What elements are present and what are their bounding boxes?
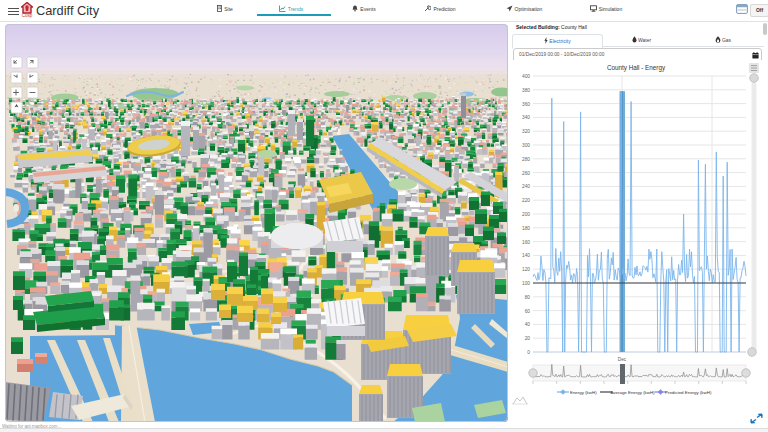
svg-text:120: 120 <box>522 267 530 272</box>
svg-text:200: 200 <box>522 212 530 217</box>
svg-text:160: 160 <box>522 240 530 245</box>
svg-text:0: 0 <box>527 350 530 355</box>
svg-text:100: 100 <box>522 281 530 286</box>
svg-text:180: 180 <box>522 226 530 231</box>
svg-text:40: 40 <box>525 322 531 327</box>
svg-text:20: 20 <box>525 336 531 341</box>
svg-text:80: 80 <box>525 295 531 300</box>
svg-text:140: 140 <box>522 253 530 258</box>
svg-text:Average Energy (kwH): Average Energy (kwH) <box>611 390 656 395</box>
svg-text:60: 60 <box>525 309 531 314</box>
svg-text:280: 280 <box>522 157 530 162</box>
svg-text:360: 360 <box>522 102 530 107</box>
svg-text:320: 320 <box>522 129 530 134</box>
svg-text:380: 380 <box>522 88 530 93</box>
svg-text:340: 340 <box>522 115 530 120</box>
svg-text:240: 240 <box>522 184 530 189</box>
svg-text:Dec: Dec <box>618 357 627 362</box>
svg-text:Predicted Energy (kwH): Predicted Energy (kwH) <box>665 390 712 395</box>
svg-text:County Hall - Energy: County Hall - Energy <box>607 64 666 72</box>
svg-text:300: 300 <box>522 143 530 148</box>
svg-text:Energy (kwH): Energy (kwH) <box>570 390 597 395</box>
svg-text:400: 400 <box>522 74 530 79</box>
svg-text:220: 220 <box>522 198 530 203</box>
svg-text:260: 260 <box>522 171 530 176</box>
